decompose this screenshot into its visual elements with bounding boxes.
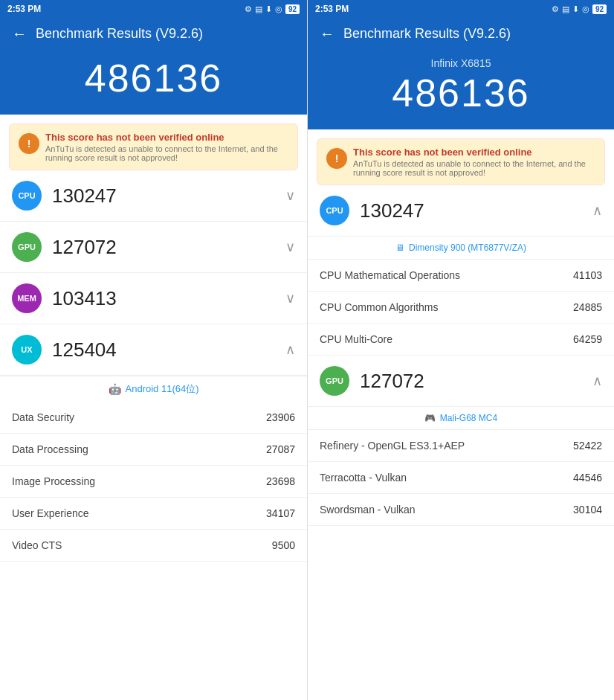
right-cpu-badge: CPU [320, 196, 349, 225]
right-device-name: Infinix X6815 [320, 57, 602, 69]
right-header: ← Benchmark Results (V9.2.6) [308, 18, 614, 51]
left-data-security-value: 23906 [266, 411, 295, 423]
right-cpu-score: 130247 [360, 199, 592, 222]
left-gpu-score: 127072 [52, 236, 285, 259]
left-main-score-section: 486136 [0, 51, 307, 115]
left-ux-score: 125404 [52, 338, 285, 362]
right-battery: 92 [592, 4, 607, 14]
left-data-security-label: Data Security [12, 411, 74, 423]
left-image-processing-value: 23698 [266, 475, 295, 487]
left-gpu-badge: GPU [12, 232, 42, 262]
right-gpu-score: 127072 [360, 370, 592, 393]
right-gpu-swordsman-row: Swordsman - Vulkan 30104 [308, 494, 614, 526]
left-battery: 92 [285, 4, 300, 14]
right-cpu-multi-label: CPU Multi-Core [320, 333, 392, 345]
left-user-experience-label: User Experience [12, 507, 89, 519]
gpu-chip-icon: 🎮 [424, 413, 436, 423]
right-cast-icon: ◎ [582, 4, 589, 14]
right-back-button[interactable]: ← [320, 25, 335, 42]
right-gpu-badge: GPU [320, 366, 349, 396]
right-download-icon: ⬇ [572, 4, 579, 14]
left-video-cts-value: 9500 [272, 539, 295, 551]
right-scores-section[interactable]: CPU 130247 ∧ 🖥 Dimensity 900 (MT6877V/ZA… [308, 185, 614, 700]
left-cpu-row[interactable]: CPU 130247 ∨ [0, 170, 307, 222]
right-status-icons: ⚙ ▤ ⬇ ◎ 92 [552, 4, 607, 14]
android-icon: 🤖 [109, 383, 121, 395]
left-warning-title: This score has not been verified online [45, 132, 288, 143]
right-gpu-chevron: ∧ [592, 373, 602, 389]
cast-icon: ◎ [275, 4, 282, 14]
right-cpu-chip-name: Dimensity 900 (MT6877V/ZA) [409, 243, 526, 253]
right-cpu-multi-row: CPU Multi-Core 64259 [308, 324, 614, 356]
left-cpu-chevron: ∨ [285, 187, 295, 204]
left-mem-row[interactable]: MEM 103413 ∨ [0, 273, 307, 324]
right-warning-icon: ! [326, 148, 347, 169]
right-warning-title: This score has not been verified online [353, 147, 595, 158]
left-cpu-score: 130247 [52, 184, 285, 208]
left-mem-badge: MEM [12, 283, 42, 313]
right-gpu-terracotta-label: Terracotta - Vulkan [320, 472, 407, 484]
left-time: 2:53 PM [7, 4, 41, 14]
left-image-processing-row: Image Processing 23698 [0, 466, 307, 498]
left-data-processing-label: Data Processing [12, 443, 88, 455]
right-gpu-row[interactable]: GPU 127072 ∧ [308, 356, 614, 407]
right-sim-icon: ▤ [562, 4, 569, 14]
left-warning-icon: ! [19, 133, 39, 154]
left-gpu-chevron: ∨ [285, 239, 295, 255]
right-header-title: Benchmark Results (V9.2.6) [343, 26, 511, 42]
right-gpu-refinery-row: Refinery - OpenGL ES3.1+AEP 52422 [308, 430, 614, 462]
left-ux-row[interactable]: UX 125404 ∧ [0, 324, 307, 376]
right-warning-subtitle: AnTuTu is detected as unable to connect … [353, 159, 595, 177]
right-cpu-chip-header: 🖥 Dimensity 900 (MT6877V/ZA) [308, 237, 614, 260]
left-ux-chevron: ∧ [285, 341, 295, 358]
left-user-experience-value: 34107 [266, 507, 295, 519]
right-gpu-swordsman-label: Swordsman - Vulkan [320, 504, 416, 516]
left-image-processing-label: Image Processing [12, 475, 95, 487]
right-cpu-multi-value: 64259 [573, 333, 602, 345]
right-gpu-terracotta-value: 44546 [573, 472, 602, 484]
left-header-title: Benchmark Results (V9.2.6) [36, 26, 203, 42]
left-data-security-row: Data Security 23906 [0, 402, 307, 434]
left-mem-chevron: ∨ [285, 290, 295, 306]
right-cpu-algo-value: 24885 [573, 301, 602, 313]
right-warning-box: ! This score has not been verified onlin… [317, 138, 605, 185]
left-ux-badge: UX [12, 335, 42, 365]
right-gpu-terracotta-row: Terracotta - Vulkan 44546 [308, 462, 614, 494]
right-settings-icon: ⚙ [552, 4, 559, 14]
right-cpu-row[interactable]: CPU 130247 ∧ [308, 185, 614, 237]
left-user-experience-row: User Experience 34107 [0, 498, 307, 530]
left-android-header: 🤖 Android 11(64位) [0, 376, 307, 402]
left-warning-text: This score has not been verified online … [45, 132, 288, 162]
right-gpu-chip-header: 🎮 Mali-G68 MC4 [308, 407, 614, 430]
left-mem-score: 103413 [52, 287, 285, 310]
right-cpu-chevron: ∧ [592, 202, 602, 219]
left-status-bar: 2:53 PM ⚙ ▤ ⬇ ◎ 92 [0, 0, 307, 18]
right-cpu-math-value: 41103 [573, 269, 602, 281]
left-back-button[interactable]: ← [12, 25, 27, 42]
right-time: 2:53 PM [315, 4, 349, 14]
right-main-score: 486136 [320, 72, 602, 115]
download-icon: ⬇ [265, 4, 272, 14]
right-gpu-swordsman-value: 30104 [573, 504, 602, 516]
left-warning-box: ! This score has not been verified onlin… [9, 123, 298, 170]
left-data-processing-value: 27087 [266, 443, 295, 455]
left-header: ← Benchmark Results (V9.2.6) [0, 18, 307, 51]
left-video-cts-row: Video CTS 9500 [0, 530, 307, 562]
right-cpu-math-label: CPU Mathematical Operations [320, 269, 460, 281]
right-gpu-refinery-label: Refinery - OpenGL ES3.1+AEP [320, 440, 465, 452]
left-main-score: 486136 [12, 57, 295, 100]
settings-icon: ⚙ [245, 4, 252, 14]
cpu-chip-icon: 🖥 [395, 243, 404, 253]
left-android-label: Android 11(64位) [126, 382, 199, 396]
right-cpu-algo-row: CPU Common Algorithms 24885 [308, 292, 614, 324]
left-cpu-badge: CPU [12, 181, 42, 211]
right-status-bar: 2:53 PM ⚙ ▤ ⬇ ◎ 92 [308, 0, 614, 18]
left-panel: 2:53 PM ⚙ ▤ ⬇ ◎ 92 ← Benchmark Results (… [0, 0, 307, 700]
right-main-score-section: Infinix X6815 486136 [308, 51, 614, 129]
left-gpu-row[interactable]: GPU 127072 ∨ [0, 222, 307, 273]
right-cpu-math-row: CPU Mathematical Operations 41103 [308, 260, 614, 292]
left-video-cts-label: Video CTS [12, 539, 62, 551]
left-scores-section[interactable]: CPU 130247 ∨ GPU 127072 ∨ MEM 103413 ∨ U… [0, 170, 307, 700]
sim-icon: ▤ [255, 4, 262, 14]
left-warning-subtitle: AnTuTu is detected as unable to connect … [45, 144, 288, 162]
